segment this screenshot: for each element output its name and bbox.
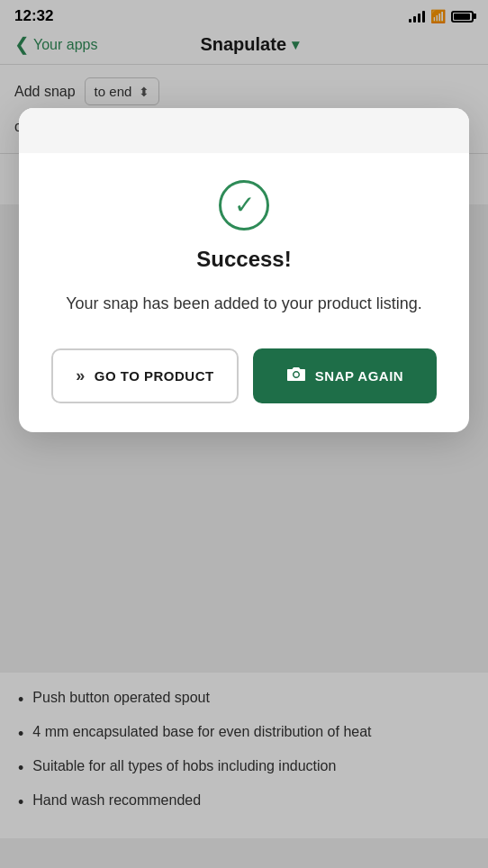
checkmark-icon: ✓	[234, 193, 255, 218]
chevrons-right-icon: »	[76, 366, 86, 385]
go-to-product-label: GO TO PRODUCT	[95, 368, 214, 384]
snap-again-label: SNAP AGAIN	[315, 368, 403, 384]
modal-body: ✓ Success! Your snap has been added to y…	[19, 153, 469, 432]
modal-card: ✓ Success! Your snap has been added to y…	[19, 108, 469, 432]
modal-overlay: ✓ Success! Your snap has been added to y…	[0, 0, 488, 868]
camera-icon	[286, 366, 306, 386]
modal-buttons: » GO TO PRODUCT SNAP AGAIN	[51, 348, 437, 403]
modal-top-bar	[19, 108, 469, 153]
go-to-product-button[interactable]: » GO TO PRODUCT	[51, 348, 239, 403]
snap-again-button[interactable]: SNAP AGAIN	[253, 348, 437, 403]
success-title: Success!	[196, 247, 291, 272]
svg-point-0	[294, 373, 298, 377]
success-icon: ✓	[219, 180, 269, 231]
success-message: Your snap has been added to your product…	[66, 292, 422, 316]
